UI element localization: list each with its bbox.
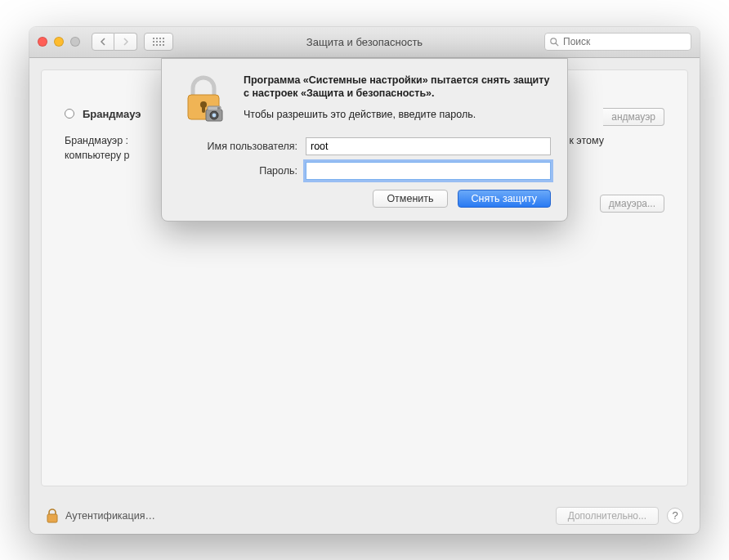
back-button[interactable] (92, 33, 114, 51)
search-icon (550, 38, 559, 47)
firewall-toggle: Выключить андмауэр (603, 108, 664, 126)
advanced-button[interactable]: Дополнительно... (556, 507, 659, 525)
svg-point-9 (212, 113, 217, 117)
dialog-instruction: Чтобы разрешить это действие, введите па… (244, 109, 551, 120)
dialog-text: Программа «Системные настройки» пытается… (244, 74, 551, 124)
lock-area[interactable]: Аутентификация… (46, 508, 155, 524)
zoom-window-button[interactable] (70, 37, 80, 47)
nav-buttons (92, 33, 137, 51)
desc-line1: Брандмауэр : (65, 135, 128, 146)
username-row: Имя пользователя: (178, 137, 551, 155)
search-field[interactable] (544, 33, 691, 51)
auth-dialog: Программа «Системные настройки» пытается… (161, 58, 568, 222)
titlebar: Защита и безопасность (29, 27, 700, 58)
show-all-button[interactable] (144, 33, 173, 51)
desc-line3: к этому (569, 133, 604, 149)
svg-line-1 (556, 43, 558, 45)
password-row: Пароль: (178, 162, 551, 180)
minimize-window-button[interactable] (54, 37, 64, 47)
unlock-button[interactable]: Снять защиту (458, 190, 551, 208)
desc-line2: компьютеру р (65, 150, 130, 161)
help-button[interactable]: ? (667, 508, 683, 524)
auth-form: Имя пользователя: Пароль: (178, 137, 551, 180)
svg-rect-11 (217, 107, 220, 110)
firewall-status-label: Брандмауэ (83, 108, 141, 120)
close-window-button[interactable] (38, 37, 47, 47)
lock-large-icon (178, 74, 229, 124)
preferences-window: Защита и безопасность Брандмауэ Выключит… (29, 27, 700, 534)
svg-rect-2 (47, 514, 57, 522)
username-input[interactable] (306, 137, 551, 155)
footer: Аутентификация… Дополнительно... ? (29, 498, 700, 534)
firewall-options-button[interactable]: дмауэра... (600, 195, 664, 213)
dialog-header: Программа «Системные настройки» пытается… (178, 74, 551, 124)
auth-label: Аутентификация… (65, 510, 155, 522)
dialog-message: Программа «Системные настройки» пытается… (244, 74, 551, 101)
lock-icon (46, 508, 59, 524)
svg-point-0 (551, 38, 557, 43)
firewall-off-segment-partial[interactable]: андмауэр (603, 108, 664, 126)
dialog-buttons: Отменить Снять защиту (178, 190, 551, 208)
svg-rect-6 (202, 106, 205, 113)
password-label: Пароль: (178, 165, 306, 177)
forward-button[interactable] (114, 33, 137, 51)
username-label: Имя пользователя: (178, 141, 306, 152)
status-indicator (65, 109, 74, 119)
grid-icon (153, 38, 164, 46)
password-input[interactable] (306, 162, 551, 180)
cancel-button[interactable]: Отменить (373, 190, 447, 208)
search-input[interactable] (563, 36, 686, 47)
traffic-lights (38, 37, 80, 47)
